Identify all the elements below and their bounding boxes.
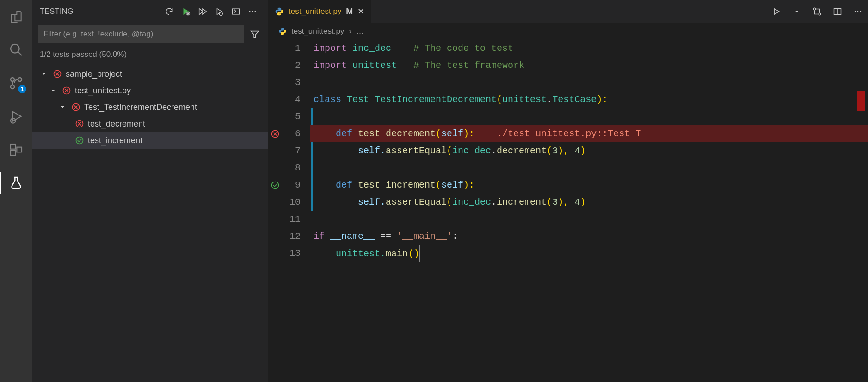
breadcrumb[interactable]: test_unittest.py › … xyxy=(268,23,868,40)
svg-point-43 xyxy=(860,11,862,12)
tree-test-pass[interactable]: test_increment xyxy=(32,132,268,149)
compare-changes-button[interactable] xyxy=(807,0,827,23)
svg-point-4 xyxy=(11,78,14,81)
search-icon[interactable] xyxy=(5,39,27,61)
run-dropdown-button[interactable] xyxy=(787,0,807,23)
debug-tests-button[interactable] xyxy=(211,3,228,20)
chevron-down-icon xyxy=(57,103,68,111)
filter-tests-input[interactable] xyxy=(38,25,244,43)
filter-icon[interactable] xyxy=(247,26,263,42)
svg-point-20 xyxy=(252,11,253,12)
breadcrumb-file: test_unittest.py xyxy=(291,27,344,36)
tab-bar: test_unittest.py M ✕ xyxy=(268,0,868,23)
source-control-badge: 1 xyxy=(18,85,26,93)
svg-point-35 xyxy=(76,137,83,144)
run-file-button[interactable] xyxy=(766,0,787,23)
activity-bar: 1 xyxy=(0,0,32,382)
tab-modified-indicator: M xyxy=(346,7,353,17)
svg-point-21 xyxy=(255,11,256,12)
sidebar-title: TESTING xyxy=(40,7,161,16)
run-all-tests-button[interactable] xyxy=(194,3,211,20)
gutter-fail-icon[interactable] xyxy=(268,125,282,142)
tree-project[interactable]: sample_project xyxy=(32,66,268,82)
test-tree: sample_project test_unittest.py Test_Tes… xyxy=(32,64,268,151)
tree-file[interactable]: test_unittest.py xyxy=(32,82,268,99)
svg-point-42 xyxy=(857,11,859,12)
code-content[interactable]: import inc_dec # The code to test import… xyxy=(310,40,868,262)
tree-label: Test_TestIncrementDecrement xyxy=(84,103,197,112)
run-tests-button[interactable] xyxy=(178,3,194,20)
tests-status: 1/2 tests passed (50.0%) xyxy=(32,45,268,64)
tree-test-fail[interactable]: test_decrement xyxy=(32,115,268,132)
tree-label: sample_project xyxy=(66,69,122,79)
show-output-button[interactable] xyxy=(228,3,244,20)
breadcrumb-more: … xyxy=(356,27,364,36)
tree-label: test_unittest.py xyxy=(75,86,131,96)
extensions-icon[interactable] xyxy=(5,139,27,161)
fail-icon xyxy=(70,103,81,112)
chevron-down-icon xyxy=(39,70,49,78)
split-editor-button[interactable] xyxy=(827,0,848,23)
svg-marker-5 xyxy=(12,111,21,121)
svg-point-3 xyxy=(11,85,14,89)
glyph-margin xyxy=(268,40,282,262)
svg-point-19 xyxy=(249,11,251,12)
python-file-icon xyxy=(275,7,284,16)
refresh-tests-button[interactable] xyxy=(161,3,178,20)
svg-rect-9 xyxy=(17,147,22,152)
editor-more-button[interactable] xyxy=(848,0,868,23)
gutter-pass-icon[interactable] xyxy=(268,176,282,194)
svg-point-2 xyxy=(18,78,22,81)
svg-point-0 xyxy=(11,44,19,53)
svg-point-37 xyxy=(813,8,816,10)
tree-label: test_decrement xyxy=(88,119,145,129)
explorer-icon[interactable] xyxy=(5,6,27,28)
testing-icon[interactable] xyxy=(5,172,27,194)
testing-sidebar: TESTING 1/2 tests passed (50.0%) sample_… xyxy=(32,0,268,382)
chevron-down-icon xyxy=(48,87,58,94)
svg-point-38 xyxy=(819,13,821,15)
svg-point-41 xyxy=(855,11,856,12)
chevron-right-icon: › xyxy=(349,27,351,36)
svg-rect-8 xyxy=(11,150,16,155)
pass-icon xyxy=(74,136,85,145)
editor-tab[interactable]: test_unittest.py M ✕ xyxy=(268,0,371,23)
fail-icon xyxy=(61,86,72,95)
fail-icon xyxy=(74,119,85,128)
svg-rect-7 xyxy=(11,144,16,149)
editor: test_unittest.py M ✕ test_unittest.py › … xyxy=(268,0,868,382)
line-numbers: 123 456 789 101112 13 xyxy=(282,40,310,262)
svg-point-47 xyxy=(272,182,279,188)
svg-line-1 xyxy=(18,52,22,55)
sidebar-header: TESTING xyxy=(32,0,268,23)
python-file-icon xyxy=(278,27,287,36)
svg-marker-22 xyxy=(251,31,259,38)
close-tab-button[interactable]: ✕ xyxy=(357,6,364,17)
tree-class[interactable]: Test_TestIncrementDecrement xyxy=(32,99,268,115)
code-editor[interactable]: 123 456 789 101112 13 import inc_dec # T… xyxy=(268,40,868,262)
run-debug-icon[interactable] xyxy=(5,105,27,127)
tab-filename: test_unittest.py xyxy=(289,7,341,16)
fail-icon xyxy=(52,69,63,79)
more-actions-button[interactable] xyxy=(244,3,261,20)
svg-marker-36 xyxy=(775,9,779,14)
tree-label: test_increment xyxy=(88,136,142,146)
source-control-icon[interactable]: 1 xyxy=(5,72,27,94)
